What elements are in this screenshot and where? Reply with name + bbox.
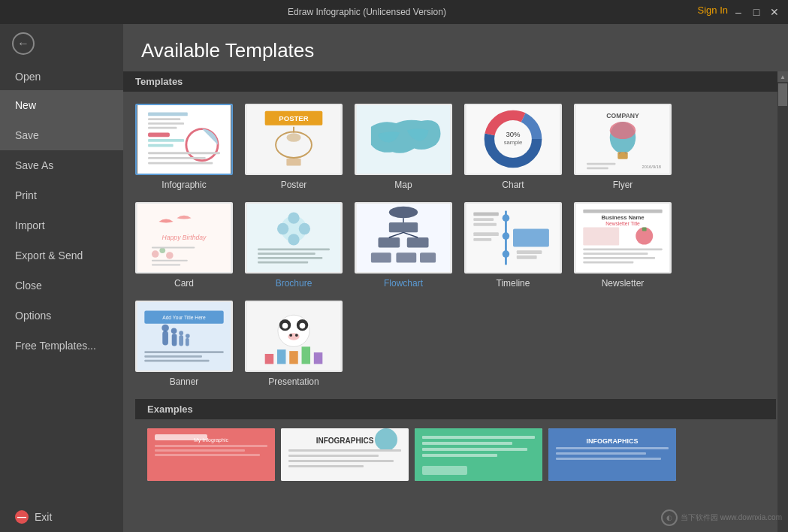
example-thumb-2[interactable]: INFOGRAPHICS — [281, 428, 409, 481]
svg-point-126 — [375, 428, 397, 451]
sidebar-item-import[interactable]: Import — [0, 210, 123, 240]
svg-rect-52 — [258, 252, 316, 255]
svg-rect-57 — [389, 222, 418, 232]
svg-rect-134 — [422, 448, 527, 451]
template-thumb-chart: 30% sample — [464, 104, 562, 175]
svg-point-40 — [159, 247, 165, 253]
svg-rect-6 — [148, 139, 184, 142]
svg-rect-7 — [148, 144, 174, 147]
template-label-infographic: Infographic — [162, 180, 206, 190]
title-bar: Edraw Infographic (Unlicensed Version) S… — [0, 0, 788, 24]
svg-text:INFOGRAPHICS: INFOGRAPHICS — [586, 437, 638, 445]
example-thumb-4[interactable]: INFOGRAPHICS — [548, 428, 676, 481]
svg-rect-121 — [155, 445, 267, 447]
template-item-poster[interactable]: POSTER Poster — [245, 104, 343, 190]
example-thumb-1[interactable]: My Infographic — [147, 428, 275, 481]
template-item-card[interactable]: Happy Birthday Card — [135, 202, 233, 289]
template-item-flyer[interactable]: COMPANY 2016/9/18 — [574, 104, 672, 190]
template-item-infographic[interactable]: Infographic — [135, 104, 233, 190]
svg-text:My Infographic: My Infographic — [194, 437, 228, 443]
svg-rect-117 — [314, 352, 322, 364]
sidebar-item-export[interactable]: Export & Send — [0, 240, 123, 271]
template-thumb-flyer: COMPANY 2016/9/18 — [574, 104, 672, 175]
svg-rect-9 — [148, 152, 220, 154]
svg-rect-133 — [422, 442, 512, 445]
minimize-button[interactable]: – — [731, 5, 746, 20]
template-item-presentation[interactable]: Presentation — [245, 301, 343, 387]
template-item-brochure[interactable]: Brochure — [245, 202, 343, 289]
template-thumb-presentation — [245, 301, 343, 372]
template-label-newsletter: Newsletter — [602, 278, 645, 289]
svg-rect-2 — [148, 118, 180, 120]
template-item-newsletter[interactable]: Business Name Newsletter Title — [574, 202, 672, 289]
content-header: Available Templates — [123, 24, 788, 71]
svg-point-47 — [288, 212, 299, 223]
svg-text:INFOGRAPHICS: INFOGRAPHICS — [316, 437, 374, 445]
template-item-flowchart[interactable]: Flowchart — [355, 202, 452, 289]
svg-rect-129 — [288, 460, 394, 462]
svg-rect-86 — [583, 248, 662, 250]
scrollbar-thumb[interactable] — [778, 83, 787, 106]
svg-rect-68 — [473, 218, 494, 221]
svg-rect-101 — [144, 351, 223, 353]
svg-rect-135 — [422, 454, 497, 457]
back-button[interactable]: ← — [0, 24, 123, 63]
svg-rect-97 — [179, 335, 183, 346]
template-label-card: Card — [174, 278, 194, 289]
template-thumb-map — [355, 104, 452, 175]
svg-rect-115 — [289, 351, 297, 364]
svg-text:Business Name: Business Name — [601, 214, 644, 221]
svg-rect-99 — [186, 338, 189, 346]
svg-rect-113 — [265, 354, 273, 364]
sidebar-item-close[interactable]: Close — [0, 271, 123, 301]
svg-point-56 — [389, 207, 418, 218]
sidebar-item-save-as[interactable]: Save As — [0, 150, 123, 180]
template-label-flyer: Flyer — [613, 180, 633, 190]
templates-scroll[interactable]: Infographic POSTER — [123, 92, 788, 532]
svg-point-30 — [610, 122, 636, 139]
svg-point-110 — [288, 333, 299, 340]
sidebar-item-free-templates[interactable]: Free Templates... — [0, 331, 123, 361]
template-item-banner[interactable]: Add Your Title Here — [135, 301, 233, 387]
scrollbar-track: ▲ — [777, 71, 788, 532]
template-thumb-infographic — [135, 104, 233, 175]
svg-rect-74 — [513, 229, 549, 247]
sidebar-item-open[interactable]: Open — [0, 63, 123, 90]
exit-icon: — — [15, 510, 29, 524]
template-item-map[interactable]: Map — [355, 104, 452, 190]
svg-rect-85 — [642, 228, 647, 231]
template-item-timeline[interactable]: Timeline — [464, 202, 562, 289]
sidebar-item-new[interactable]: New — [0, 90, 123, 120]
svg-rect-80 — [583, 210, 662, 213]
sidebar-item-print[interactable]: Print — [0, 180, 123, 210]
examples-grid: My Infographic INFOGRAPHICS — [135, 419, 776, 490]
svg-rect-61 — [396, 252, 416, 262]
window-controls: Sign In – □ ✕ — [668, 5, 782, 20]
svg-rect-116 — [302, 346, 310, 364]
maximize-button[interactable]: □ — [749, 5, 764, 20]
sidebar-item-options[interactable]: Options — [0, 301, 123, 331]
sidebar-item-save[interactable]: Save — [0, 120, 123, 150]
sidebar-item-exit[interactable]: — Exit — [0, 502, 123, 532]
svg-text:Add Your Title Here: Add Your Title Here — [162, 315, 206, 320]
scrollbar-up-button[interactable]: ▲ — [777, 71, 788, 82]
app-title: Edraw Infographic (Unlicensed Version) — [66, 7, 668, 17]
example-thumb-3[interactable] — [415, 428, 542, 481]
close-button[interactable]: ✕ — [767, 5, 782, 20]
svg-point-111 — [289, 334, 292, 337]
template-item-chart[interactable]: 30% sample Chart — [464, 104, 562, 190]
svg-text:2016/9/18: 2016/9/18 — [642, 165, 662, 169]
template-thumb-banner: Add Your Title Here — [135, 301, 233, 372]
svg-rect-89 — [583, 261, 633, 264]
svg-rect-103 — [144, 360, 209, 362]
svg-rect-1 — [148, 113, 188, 116]
svg-rect-5 — [148, 132, 170, 137]
svg-rect-77 — [473, 232, 499, 236]
template-thumb-newsletter: Business Name Newsletter Title — [574, 202, 672, 274]
svg-point-48 — [288, 234, 299, 245]
template-label-presentation: Presentation — [268, 376, 319, 387]
sign-in-button[interactable]: Sign In — [668, 5, 728, 20]
template-label-flowchart: Flowchart — [384, 278, 423, 289]
svg-point-73 — [503, 250, 510, 258]
svg-point-98 — [179, 331, 183, 335]
